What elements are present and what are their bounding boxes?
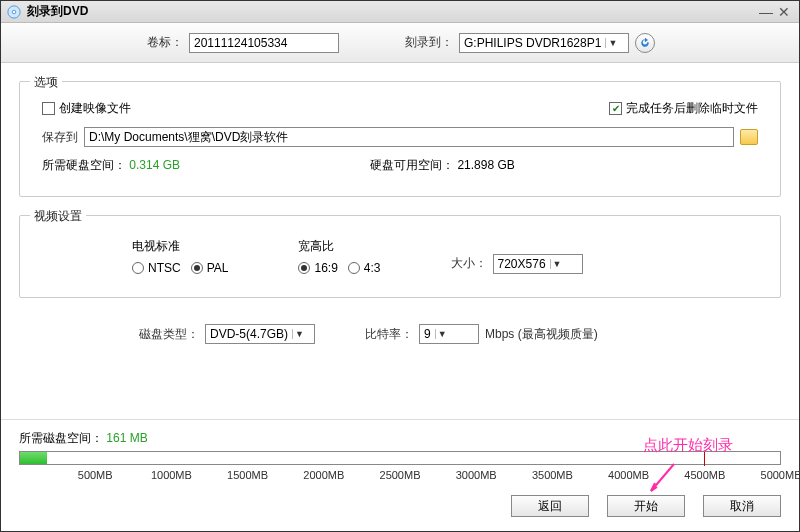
required-space-value: 161 MB <box>106 431 147 445</box>
start-button[interactable]: 开始 <box>607 495 685 517</box>
mid-row: 磁盘类型： DVD-5(4.7GB) ▼ 比特率： 9 ▼ Mbps (最高视频… <box>19 316 781 344</box>
tick-label: 3000MB <box>456 469 497 481</box>
tv-standard-group: 电视标准 NTSC PAL <box>132 238 228 275</box>
chevron-down-icon[interactable]: ▼ <box>550 259 564 269</box>
volume-label: 卷标： <box>147 34 183 51</box>
aspect-43-label: 4:3 <box>364 261 381 275</box>
bitrate-label: 比特率： <box>365 326 413 343</box>
titlebar: 刻录到DVD — ✕ <box>1 1 799 23</box>
back-button[interactable]: 返回 <box>511 495 589 517</box>
size-label: 大小： <box>451 255 487 272</box>
bitrate-group: 比特率： 9 ▼ Mbps (最高视频质量) <box>365 324 598 344</box>
window-title: 刻录到DVD <box>27 3 757 20</box>
tick-label: 2500MB <box>380 469 421 481</box>
size-group: 大小： 720X576 ▼ <box>451 254 583 274</box>
bitrate-suffix: Mbps (最高视频质量) <box>485 326 598 343</box>
tick-label: 2000MB <box>303 469 344 481</box>
chevron-down-icon[interactable]: ▼ <box>292 329 306 339</box>
tick-label: 1000MB <box>151 469 192 481</box>
save-path-row: 保存到 <box>42 127 758 147</box>
minimize-button[interactable]: — <box>757 5 775 19</box>
cancel-button[interactable]: 取消 <box>703 495 781 517</box>
disk-available: 硬盘可用空间： 21.898 GB <box>370 157 515 174</box>
bitrate-select[interactable]: 9 ▼ <box>419 324 479 344</box>
checkbox-checked-icon <box>609 102 622 115</box>
disk-required-label: 所需硬盘空间： <box>42 158 126 172</box>
disktype-label: 磁盘类型： <box>139 326 199 343</box>
radio-icon <box>348 262 360 274</box>
ntsc-label: NTSC <box>148 261 181 275</box>
browse-folder-button[interactable] <box>740 129 758 145</box>
chevron-down-icon[interactable]: ▼ <box>605 38 619 48</box>
refresh-icon <box>639 37 651 49</box>
burn-to-label: 刻录到： <box>405 34 453 51</box>
video-legend: 视频设置 <box>30 208 86 225</box>
volume-input[interactable] <box>189 33 339 53</box>
disktype-group: 磁盘类型： DVD-5(4.7GB) ▼ <box>139 324 315 344</box>
tick-label: 1500MB <box>227 469 268 481</box>
close-button[interactable]: ✕ <box>775 5 793 19</box>
save-to-label: 保存到 <box>42 129 78 146</box>
disk-info-row: 所需硬盘空间： 0.314 GB 硬盘可用空间： 21.898 GB <box>42 157 758 174</box>
tick-label: 500MB <box>78 469 113 481</box>
save-path-input[interactable] <box>84 127 734 147</box>
capacity-ticks: 500MB1000MB1500MB2000MB2500MB3000MB3500M… <box>19 467 781 485</box>
delete-temp-label: 完成任务后删除临时文件 <box>626 100 758 117</box>
checkbox-icon <box>42 102 55 115</box>
main-panel: 选项 创建映像文件 完成任务后删除临时文件 保存到 <box>1 63 799 431</box>
radio-checked-icon <box>191 262 203 274</box>
annotation-text: 点此开始刻录 <box>643 436 733 455</box>
ntsc-radio[interactable]: NTSC <box>132 261 181 275</box>
burn-dvd-window: 刻录到DVD — ✕ 卷标： 刻录到： G:PHILIPS DVDR1628P1… <box>0 0 800 532</box>
video-settings-row: 电视标准 NTSC PAL 宽高比 16:9 4:3 <box>42 234 758 275</box>
video-settings-group: 视频设置 电视标准 NTSC PAL 宽高比 16:9 4:3 <box>19 215 781 298</box>
burner-select[interactable]: G:PHILIPS DVDR1628P1 ▼ <box>459 33 629 53</box>
tick-label: 4000MB <box>608 469 649 481</box>
disktype-select[interactable]: DVD-5(4.7GB) ▼ <box>205 324 315 344</box>
options-legend: 选项 <box>30 74 62 91</box>
disk-required-value: 0.314 GB <box>129 158 180 172</box>
radio-icon <box>132 262 144 274</box>
button-row: 返回 开始 取消 <box>19 495 781 517</box>
required-space-label: 所需磁盘空间： <box>19 431 103 445</box>
size-select[interactable]: 720X576 ▼ <box>493 254 583 274</box>
tick-label: 3500MB <box>532 469 573 481</box>
capacity-fill <box>20 452 47 464</box>
tick-label: 5000MB <box>761 469 800 481</box>
size-value: 720X576 <box>498 257 546 271</box>
disc-icon <box>7 5 21 19</box>
create-image-checkbox[interactable]: 创建映像文件 <box>42 100 131 117</box>
disk-required: 所需硬盘空间： 0.314 GB <box>42 157 180 174</box>
options-group: 选项 创建映像文件 完成任务后删除临时文件 保存到 <box>19 81 781 197</box>
pal-radio[interactable]: PAL <box>191 261 229 275</box>
radio-checked-icon <box>298 262 310 274</box>
tick-label: 4500MB <box>684 469 725 481</box>
pal-label: PAL <box>207 261 229 275</box>
aspect-ratio-group: 宽高比 16:9 4:3 <box>298 238 380 275</box>
disk-available-label: 硬盘可用空间： <box>370 158 454 172</box>
disk-available-value: 21.898 GB <box>457 158 514 172</box>
delete-temp-checkbox[interactable]: 完成任务后删除临时文件 <box>609 100 758 117</box>
svg-point-1 <box>12 10 16 14</box>
create-image-label: 创建映像文件 <box>59 100 131 117</box>
aspect-169-label: 16:9 <box>314 261 337 275</box>
aspect-label: 宽高比 <box>298 238 380 255</box>
aspect-43-radio[interactable]: 4:3 <box>348 261 381 275</box>
burner-value: G:PHILIPS DVDR1628P1 <box>464 36 601 50</box>
top-row: 卷标： 刻录到： G:PHILIPS DVDR1628P1 ▼ <box>1 23 799 63</box>
refresh-button[interactable] <box>635 33 655 53</box>
disktype-value: DVD-5(4.7GB) <box>210 327 288 341</box>
tv-standard-label: 电视标准 <box>132 238 228 255</box>
chevron-down-icon[interactable]: ▼ <box>435 329 449 339</box>
aspect-169-radio[interactable]: 16:9 <box>298 261 337 275</box>
bitrate-value: 9 <box>424 327 431 341</box>
